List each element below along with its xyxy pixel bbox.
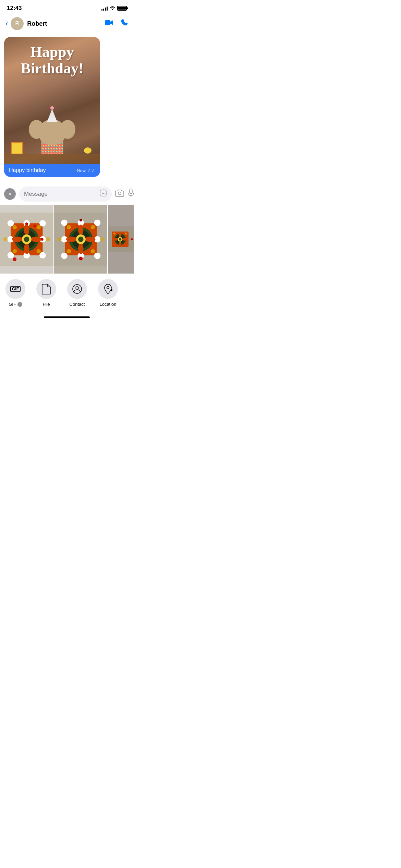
- svg-point-18: [24, 243, 29, 254]
- mic-button[interactable]: [127, 189, 134, 200]
- video-call-button[interactable]: [105, 19, 114, 28]
- action-gif[interactable]: GIF GIF: [0, 279, 31, 307]
- back-button[interactable]: ‹: [5, 19, 8, 28]
- svg-point-74: [107, 287, 109, 289]
- status-time: 12:43: [7, 5, 22, 12]
- svg-point-17: [24, 225, 29, 235]
- close-button[interactable]: ×: [4, 188, 16, 200]
- svg-point-46: [78, 243, 83, 254]
- svg-rect-3: [130, 189, 132, 194]
- birthday-image: Happy Birthday!: [4, 37, 100, 164]
- message-container: Happy Birthday!: [0, 37, 134, 180]
- svg-point-23: [25, 222, 28, 225]
- sticker-button[interactable]: [99, 189, 107, 199]
- message-timestamp: Now ✓✓: [77, 168, 95, 173]
- svg-point-32: [13, 257, 16, 261]
- happy-birthday-text: Happy Birthday!: [21, 44, 83, 77]
- elephant-head: [38, 119, 66, 145]
- svg-rect-1: [100, 190, 106, 196]
- svg-point-24: [34, 225, 36, 227]
- svg-point-50: [78, 237, 83, 242]
- message-input-wrapper[interactable]: [19, 186, 112, 202]
- nav-actions: [105, 19, 128, 28]
- birthday-message-bubble: Happy Birthday!: [4, 37, 100, 177]
- photo-grid: [0, 205, 134, 274]
- caption-text: Happy birthday: [9, 167, 46, 173]
- avatar: R: [11, 17, 24, 30]
- location-label: Location: [99, 302, 116, 307]
- svg-point-36: [94, 219, 100, 226]
- svg-point-30: [3, 237, 7, 241]
- photo-item-1[interactable]: [0, 205, 53, 274]
- gif-label: GIF: [9, 302, 22, 307]
- svg-point-51: [66, 225, 71, 229]
- photo-item-2[interactable]: [54, 205, 108, 274]
- status-bar: 12:43: [0, 0, 134, 14]
- photo-item-3[interactable]: [108, 205, 134, 274]
- svg-point-64: [119, 241, 122, 246]
- action-file[interactable]: File: [31, 279, 62, 307]
- svg-point-45: [78, 225, 83, 235]
- svg-point-65: [113, 238, 118, 241]
- svg-point-47: [66, 237, 76, 242]
- contact-name: Robert: [27, 20, 105, 27]
- svg-point-12: [8, 252, 14, 258]
- svg-point-31: [46, 237, 50, 241]
- rangoli-photo-2: [54, 205, 108, 274]
- svg-point-57: [79, 257, 83, 261]
- nav-header: ‹ R Robert: [0, 14, 134, 34]
- message-input[interactable]: [24, 191, 97, 197]
- birthday-caption: Happy birthday Now ✓✓: [4, 164, 100, 177]
- svg-point-70: [125, 232, 127, 234]
- gif-toggle: [17, 302, 22, 307]
- svg-point-25: [41, 238, 44, 241]
- svg-point-19: [12, 237, 23, 242]
- svg-point-40: [61, 253, 68, 259]
- svg-rect-0: [105, 20, 110, 25]
- status-icons: [101, 6, 127, 11]
- svg-point-8: [39, 220, 46, 227]
- svg-point-66: [122, 238, 127, 241]
- rangoli-photo-1: [0, 205, 53, 274]
- svg-point-55: [57, 237, 61, 241]
- svg-point-22: [24, 237, 29, 242]
- svg-point-11: [39, 252, 46, 258]
- svg-point-72: [73, 285, 82, 293]
- file-label: File: [43, 302, 50, 307]
- gift-box: [11, 142, 23, 154]
- read-receipt-icon: ✓✓: [87, 168, 95, 173]
- svg-point-69: [113, 232, 116, 234]
- contact-label: Contact: [70, 302, 85, 307]
- message-area: Happy Birthday!: [0, 34, 134, 180]
- action-row: GIF GIF File Contact: [0, 274, 134, 312]
- wifi-icon: [110, 6, 115, 11]
- action-location[interactable]: Location: [93, 279, 123, 307]
- svg-point-53: [66, 249, 71, 253]
- phone-call-button[interactable]: [121, 19, 128, 28]
- contact-icon-bg: [67, 279, 87, 299]
- svg-point-73: [76, 287, 78, 289]
- input-area: ×: [0, 183, 134, 205]
- svg-point-68: [119, 238, 122, 241]
- action-contact[interactable]: Contact: [62, 279, 93, 307]
- location-icon: [104, 284, 112, 294]
- location-icon-bg: [98, 279, 118, 299]
- home-indicator: [44, 316, 90, 318]
- signal-icon: [101, 6, 108, 11]
- svg-point-29: [37, 249, 41, 253]
- scene-floor: [4, 154, 100, 164]
- svg-point-52: [90, 225, 95, 229]
- svg-point-58: [79, 219, 82, 221]
- file-icon-bg: [36, 279, 56, 299]
- hat-pom: [50, 106, 54, 110]
- rangoli-photo-3: [108, 205, 134, 274]
- svg-point-48: [85, 237, 95, 242]
- file-icon: [41, 284, 51, 294]
- duck: [84, 147, 92, 154]
- svg-point-9: [8, 220, 14, 227]
- party-hat: [47, 109, 57, 122]
- svg-point-2: [118, 192, 121, 195]
- svg-point-37: [61, 219, 68, 226]
- camera-button[interactable]: [115, 189, 124, 199]
- svg-point-27: [37, 225, 41, 229]
